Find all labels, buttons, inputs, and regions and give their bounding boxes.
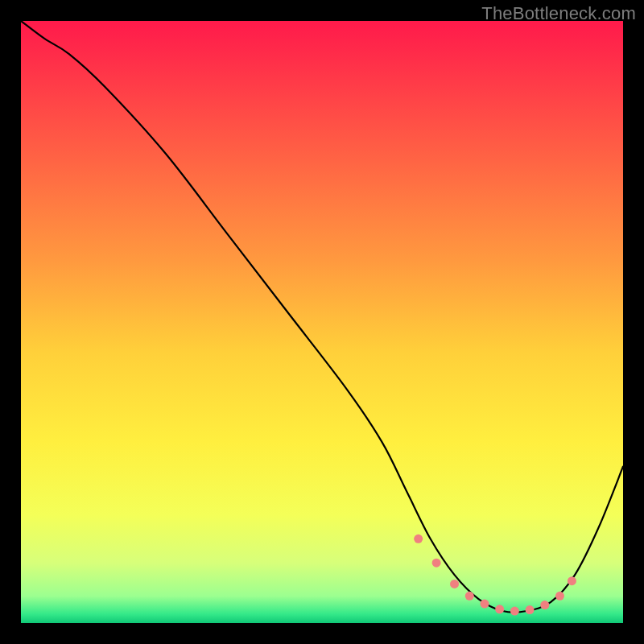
marker-dot [510,607,519,616]
marker-dot [465,592,474,601]
marker-dot [450,580,459,588]
marker-dot [568,576,576,585]
watermark-text: TheBottleneck.com [481,3,636,24]
marker-dot [555,592,564,601]
plot-area [21,21,623,623]
gradient-background [21,21,623,623]
marker-dot [526,605,535,614]
marker-dot [495,605,504,613]
marker-dot [540,601,549,609]
marker-dot [432,559,441,568]
marker-dot [480,600,489,609]
marker-dot [414,535,423,543]
chart-container: TheBottleneck.com [0,0,644,644]
chart-svg [21,21,623,623]
